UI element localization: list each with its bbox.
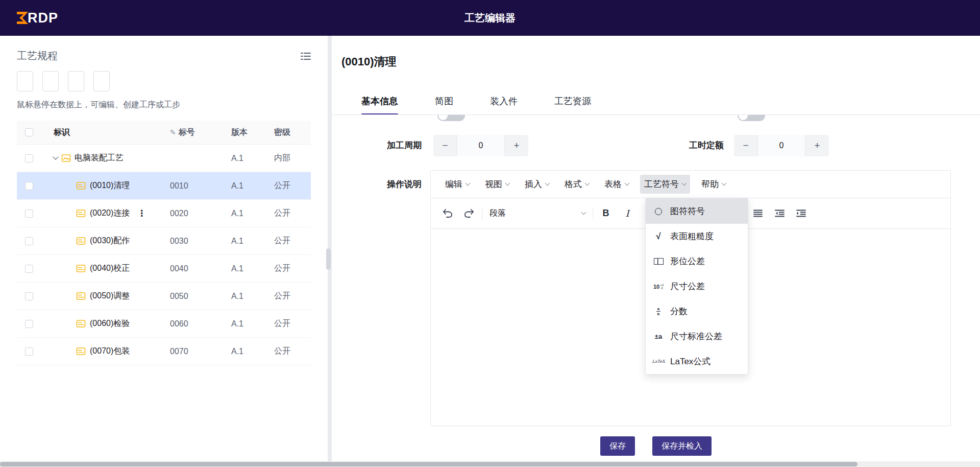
editor-menu-item[interactable]: 视图 xyxy=(481,175,513,194)
dimension-tolerance-icon xyxy=(652,284,665,290)
process-folder-icon xyxy=(61,154,71,162)
row-code: 0070 xyxy=(164,347,225,356)
row-label[interactable]: 电脑装配工艺 xyxy=(75,153,124,164)
italic-icon[interactable]: I xyxy=(619,205,636,222)
column-header-id: 标识 xyxy=(54,127,70,138)
bold-icon[interactable]: B xyxy=(597,205,615,222)
align-justify-icon[interactable] xyxy=(749,205,767,222)
symbol-menu-item[interactable]: 尺寸公差 xyxy=(646,274,748,299)
tab[interactable]: 简图 xyxy=(435,94,453,109)
table-row[interactable]: (0060)检验 ⋮ 0060 A.1 公开 xyxy=(17,310,311,338)
row-checkbox[interactable] xyxy=(25,320,33,328)
sidebar-action-button[interactable] xyxy=(17,71,33,91)
panel-resize-handle[interactable] xyxy=(326,248,331,270)
table-row[interactable]: (0040)校正 ⋮ 0040 A.1 公开 xyxy=(17,255,311,283)
plus-icon[interactable]: + xyxy=(505,135,528,156)
row-code: 0030 xyxy=(164,237,225,246)
horizontal-scrollbar xyxy=(0,461,980,467)
sidebar-action-button[interactable] xyxy=(68,71,84,91)
table-row[interactable]: (0030)配作 ⋮ 0030 A.1 公开 xyxy=(17,227,311,255)
table-row[interactable]: 电脑装配工艺 ⋮ A.1 内部 xyxy=(17,145,311,172)
editor-menu-item[interactable]: 表格 xyxy=(600,175,633,194)
tab[interactable]: 基本信息 xyxy=(361,94,398,109)
row-checkbox[interactable] xyxy=(25,209,33,218)
row-label[interactable]: (0010)清理 xyxy=(90,180,130,191)
symbol-menu-item[interactable]: 尺寸标准公差 xyxy=(646,324,748,349)
editor-menu-item[interactable]: 编辑 xyxy=(441,175,474,194)
minus-icon[interactable]: − xyxy=(433,135,457,156)
symbol-dropdown-menu: 图符符号 表面粗糙度 形位公差 尺寸公差 分数 xyxy=(645,198,748,375)
operation-card-icon xyxy=(76,237,86,245)
indent-icon[interactable] xyxy=(792,205,810,222)
logo-text: RDP xyxy=(28,10,58,26)
outdent-icon[interactable] xyxy=(771,205,788,222)
row-checkbox[interactable] xyxy=(25,292,33,300)
operation-card-icon xyxy=(76,181,86,190)
row-checkbox[interactable] xyxy=(25,347,33,356)
kebab-menu-icon[interactable]: ⋮ xyxy=(137,208,146,219)
row-version: A.1 xyxy=(225,209,268,218)
redo-icon[interactable] xyxy=(460,205,478,222)
table-body: 电脑装配工艺 ⋮ A.1 内部 xyxy=(17,145,311,365)
chevron-down-icon[interactable] xyxy=(53,154,58,159)
table-row[interactable]: (0070)包装 ⋮ 0070 A.1 公开 xyxy=(17,338,311,365)
quota-label: 工时定额 xyxy=(689,135,724,156)
save-button[interactable]: 保存 xyxy=(600,436,635,456)
editor-menu-item[interactable]: 工艺符号 xyxy=(640,175,690,194)
save-checkin-button[interactable]: 保存并检入 xyxy=(652,436,712,456)
quota-value[interactable]: 0 xyxy=(757,135,805,156)
hint-text: 鼠标悬停在数据上，可编辑、创建工序或工步 xyxy=(0,91,328,110)
table-row[interactable]: (0050)调整 ⋮ 0050 A.1 公开 xyxy=(17,283,311,310)
row-label[interactable]: (0050)调整 xyxy=(90,291,130,301)
symbol-menu-item[interactable]: LaTex公式 xyxy=(646,349,748,374)
row-code: 0040 xyxy=(164,264,225,273)
symbol-menu-item[interactable]: 图符符号 xyxy=(646,199,748,224)
instructions-label: 操作说明 xyxy=(387,178,422,190)
row-checkbox[interactable] xyxy=(25,265,33,273)
row-label[interactable]: (0020)连接 xyxy=(90,208,130,219)
row-checkbox[interactable] xyxy=(25,237,33,245)
process-tree-panel: 工艺规程 鼠标悬停在数据上，可编辑、创建工序或工步 标识 ✎ 标号 版本 密级 xyxy=(0,36,328,461)
row-level: 公开 xyxy=(268,263,311,274)
rich-text-editor: 编辑 视图 插入 格式 表格 工艺符号 xyxy=(430,170,951,426)
editor-menu-item[interactable]: 插入 xyxy=(521,175,553,194)
tab-bar: 基本信息简图装入件工艺资源 xyxy=(361,94,591,109)
row-label[interactable]: (0040)校正 xyxy=(90,263,130,274)
cycle-value[interactable]: 0 xyxy=(457,135,505,156)
panel-title: 工艺规程 xyxy=(17,49,58,63)
form-scroll-area: 加工周期 − 0 + 工时定额 − 0 + 操作说明 编辑 视图 xyxy=(332,115,980,431)
row-code: 0010 xyxy=(164,181,225,191)
row-level: 公开 xyxy=(268,236,311,246)
select-all-checkbox[interactable] xyxy=(25,128,33,136)
horizontal-scrollbar-thumb[interactable] xyxy=(0,462,857,466)
editor-menu-item[interactable]: 格式 xyxy=(560,175,593,194)
sidebar-action-button[interactable] xyxy=(42,71,59,91)
operation-card-icon xyxy=(76,209,86,218)
table-row[interactable]: (0010)清理 ⋮ 0010 A.1 公开 xyxy=(17,172,311,200)
row-checkbox[interactable] xyxy=(25,154,33,162)
tab[interactable]: 工艺资源 xyxy=(554,94,591,109)
paragraph-style-select[interactable]: 段落 xyxy=(486,208,589,219)
editor-menu-item[interactable]: 帮助 xyxy=(697,175,730,194)
operation-card-icon xyxy=(76,292,86,300)
plus-icon[interactable]: + xyxy=(805,135,829,156)
toggle-switch[interactable] xyxy=(738,115,765,121)
tree-outline-icon[interactable] xyxy=(301,52,311,60)
row-checkbox[interactable] xyxy=(25,182,33,190)
symbol-menu-item[interactable]: 分数 xyxy=(646,299,748,324)
row-label[interactable]: (0070)包装 xyxy=(90,346,130,357)
row-label[interactable]: (0060)检验 xyxy=(90,318,130,329)
table-row[interactable]: (0020)连接 ⋮ 0020 A.1 公开 xyxy=(17,200,311,227)
symbol-menu-item[interactable]: 表面粗糙度 xyxy=(646,224,748,249)
cycle-stepper: − 0 + xyxy=(433,135,528,156)
sidebar-action-button[interactable] xyxy=(93,71,110,91)
row-label[interactable]: (0030)配作 xyxy=(90,236,130,246)
toggle-switch[interactable] xyxy=(437,115,465,121)
surface-roughness-icon xyxy=(652,231,665,242)
tab[interactable]: 装入件 xyxy=(490,94,518,109)
symbol-menu-item[interactable]: 形位公差 xyxy=(646,249,748,274)
undo-icon[interactable] xyxy=(439,205,456,222)
toolbar-divider xyxy=(593,208,593,219)
minus-icon[interactable]: − xyxy=(734,135,757,156)
caret-down-icon xyxy=(545,181,550,186)
